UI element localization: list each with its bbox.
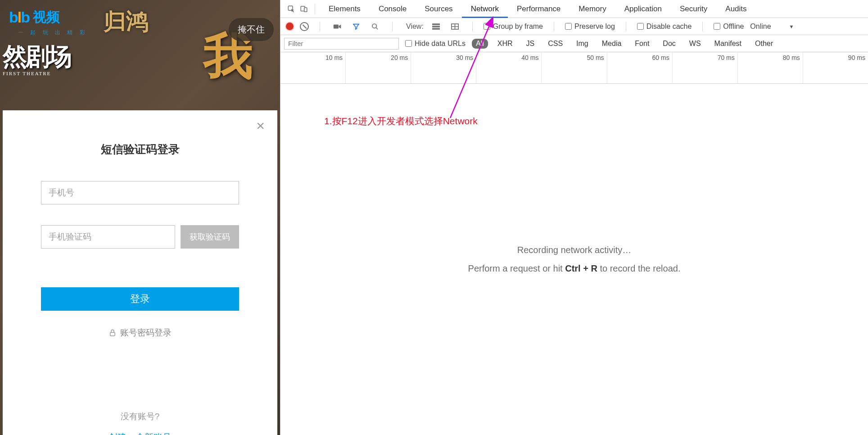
annotation-text: 1.按F12进入开发者模式选择Network [324,115,478,127]
camera-icon[interactable] [331,20,344,33]
timeline-column: 40 ms [476,52,542,83]
timeline-column: 70 ms [673,52,738,83]
logo-mark: blb [9,9,29,26]
timeline-label: 50 ms [587,54,604,61]
svg-rect-4 [334,24,339,28]
offline-checkbox[interactable]: Offline [714,23,744,31]
logo-text: 视频 [33,8,60,27]
filter-type-media[interactable]: Media [598,39,626,49]
create-account-link[interactable]: 创建一个新账号 [14,431,267,435]
network-filter-bar: Hide data URLs AllXHRJSCSSImgMediaFontDo… [280,35,868,52]
network-empty-state: Recording network activity… Perform a re… [280,84,868,435]
devtools-tab-console[interactable]: Console [370,0,416,18]
filter-type-css[interactable]: CSS [544,39,567,49]
timeline-label: 20 ms [391,54,408,61]
theater-badge: 然剧场 FIRST THEATRE [3,41,70,76]
network-timeline[interactable]: 10 ms20 ms30 ms40 ms50 ms60 ms70 ms80 ms… [280,52,868,84]
devtools-panel: ElementsConsoleSourcesNetworkPerformance… [280,0,868,435]
inspect-icon[interactable] [285,3,298,15]
no-account-text: 没有账号? [14,411,267,422]
svg-rect-6 [432,23,440,25]
get-code-button[interactable]: 获取验证码 [181,225,239,249]
timeline-column: 90 ms [803,52,868,83]
show-title: 归鸿 [104,7,149,37]
filter-type-doc[interactable]: Doc [659,39,679,49]
timeline-label: 40 ms [521,54,538,61]
separator [626,22,626,32]
separator [472,22,473,32]
lock-icon [108,329,117,337]
view-label: View: [406,23,424,31]
site-logo[interactable]: blb 视频 [9,8,60,27]
timeline-column: 30 ms [411,52,476,83]
separator [702,22,703,32]
filter-type-js[interactable]: JS [522,39,539,49]
timeline-column: 20 ms [346,52,411,83]
login-button[interactable]: 登录 [41,287,239,311]
chevron-down-icon: ▼ [789,24,794,29]
timeline-label: 70 ms [718,54,735,61]
throttling-dropdown[interactable]: Online ▼ [750,23,794,31]
devtools-tab-application[interactable]: Application [615,0,671,18]
timeline-label: 10 ms [326,54,343,61]
svg-rect-3 [304,8,307,12]
devtools-tab-elements[interactable]: Elements [320,0,370,18]
devtools-tab-security[interactable]: Security [671,0,716,18]
large-rows-icon[interactable] [430,20,443,33]
record-icon[interactable] [286,23,294,30]
disable-cache-checkbox[interactable]: Disable cache [637,23,692,31]
hint-text: Perform a request or hit Ctrl + R to rec… [468,263,681,274]
login-modal: × 短信验证码登录 获取验证码 登录 账号密码登录 没有账号? 创建一个新账号 [3,110,277,435]
devtools-tab-memory[interactable]: Memory [570,0,615,18]
filter-type-img[interactable]: Img [572,39,592,49]
hero-pill-button[interactable]: 掩不住 [229,18,274,41]
timeline-label: 30 ms [456,54,473,61]
preserve-log-checkbox[interactable]: Preserve log [565,23,615,31]
separator [315,4,315,14]
svg-rect-7 [432,26,440,27]
hide-data-urls-checkbox[interactable]: Hide data URLs [405,40,466,48]
filter-type-font[interactable]: Font [631,39,653,49]
timeline-column: 50 ms [542,52,607,83]
devtools-tab-network[interactable]: Network [462,0,508,18]
clear-icon[interactable] [300,22,309,31]
svg-rect-8 [432,28,440,29]
svg-point-5 [372,24,376,28]
devtools-tab-performance[interactable]: Performance [508,0,570,18]
svg-rect-0 [110,332,115,336]
filter-icon[interactable] [350,20,362,33]
separator [320,22,320,32]
devtools-tab-sources[interactable]: Sources [416,0,461,18]
password-login-label: 账号密码登录 [120,327,172,339]
filter-type-ws[interactable]: WS [685,39,705,49]
timeline-label: 60 ms [652,54,669,61]
theater-cn: 然剧场 [3,41,70,73]
sms-code-input[interactable] [41,225,175,249]
separator [392,22,393,32]
filter-type-manifest[interactable]: Manifest [710,39,746,49]
filter-type-xhr[interactable]: XHR [493,39,517,49]
device-toggle-icon[interactable] [298,3,310,15]
filter-type-other[interactable]: Other [751,39,777,49]
phone-input[interactable] [41,181,239,204]
network-toolbar: View: Group by frame Preserve log Disabl… [280,18,868,35]
timeline-label: 90 ms [848,54,865,61]
modal-title: 短信验证码登录 [14,142,267,157]
webpage-pane: blb 视频 一 起 玩 出 精 彩 归鸿 我 然剧场 FIRST THEATR… [0,0,280,435]
close-icon[interactable]: × [256,118,265,133]
timeline-label: 80 ms [783,54,800,61]
waterfall-view-icon[interactable] [449,20,461,33]
password-login-link[interactable]: 账号密码登录 [14,327,267,339]
timeline-column: 10 ms [280,52,346,83]
group-by-frame-checkbox[interactable]: Group by frame [484,23,543,31]
timeline-column: 60 ms [607,52,673,83]
separator [554,22,554,32]
filter-input[interactable] [284,38,399,50]
timeline-column: 80 ms [738,52,803,83]
logo-subtitle: 一 起 玩 出 精 彩 [18,29,88,36]
search-icon[interactable] [369,20,381,33]
filter-type-all[interactable]: All [472,39,488,49]
devtools-tab-audits[interactable]: Audits [716,0,755,18]
devtools-tabbar: ElementsConsoleSourcesNetworkPerformance… [280,0,868,18]
recording-text: Recording network activity… [517,245,631,255]
